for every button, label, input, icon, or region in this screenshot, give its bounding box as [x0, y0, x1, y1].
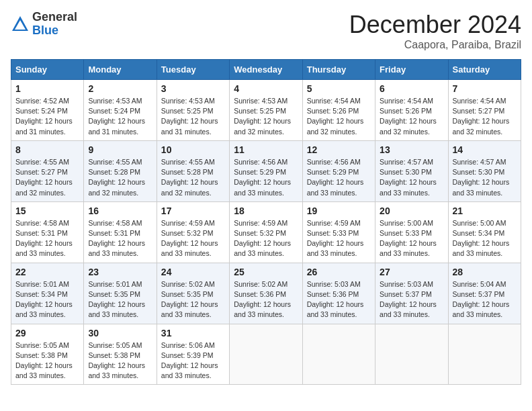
day-info: Sunrise: 4:58 AMSunset: 5:31 PMDaylight:… — [88, 218, 152, 259]
weekday-header: Monday — [84, 60, 157, 80]
calendar-cell — [448, 324, 521, 385]
day-info: Sunrise: 4:53 AMSunset: 5:25 PMDaylight:… — [234, 96, 298, 137]
day-number: 13 — [380, 144, 443, 155]
day-number: 15 — [15, 205, 79, 216]
calendar-cell: 31Sunrise: 5:06 AMSunset: 5:39 PMDayligh… — [157, 324, 229, 385]
calendar-cell: 10Sunrise: 4:55 AMSunset: 5:28 PMDayligh… — [157, 140, 229, 201]
day-number: 22 — [15, 267, 79, 277]
calendar-cell: 23Sunrise: 5:01 AMSunset: 5:35 PMDayligh… — [84, 263, 157, 324]
calendar-cell: 20Sunrise: 5:00 AMSunset: 5:33 PMDayligh… — [375, 201, 448, 263]
calendar-cell: 12Sunrise: 4:56 AMSunset: 5:29 PMDayligh… — [302, 140, 375, 201]
calendar-cell — [375, 324, 448, 385]
weekday-header: Wednesday — [230, 60, 302, 80]
day-info: Sunrise: 5:00 AMSunset: 5:34 PMDaylight:… — [453, 218, 517, 259]
day-info: Sunrise: 4:54 AMSunset: 5:26 PMDaylight:… — [380, 96, 443, 137]
calendar-cell: 25Sunrise: 5:02 AMSunset: 5:36 PMDayligh… — [230, 263, 302, 324]
day-number: 17 — [161, 205, 225, 216]
day-number: 18 — [234, 205, 298, 216]
calendar-cell: 18Sunrise: 4:59 AMSunset: 5:32 PMDayligh… — [230, 201, 302, 263]
day-info: Sunrise: 5:04 AMSunset: 5:37 PMDaylight:… — [453, 279, 517, 320]
calendar-cell: 17Sunrise: 4:59 AMSunset: 5:32 PMDayligh… — [157, 201, 229, 263]
day-number: 25 — [234, 267, 298, 277]
calendar-cell: 5Sunrise: 4:54 AMSunset: 5:26 PMDaylight… — [302, 80, 375, 141]
weekday-header: Friday — [375, 60, 448, 80]
day-info: Sunrise: 4:53 AMSunset: 5:24 PMDaylight:… — [88, 96, 152, 137]
day-number: 2 — [88, 83, 152, 94]
calendar-week-row: 15Sunrise: 4:58 AMSunset: 5:31 PMDayligh… — [11, 201, 521, 263]
day-number: 19 — [307, 205, 371, 216]
calendar-cell: 11Sunrise: 4:56 AMSunset: 5:29 PMDayligh… — [230, 140, 302, 201]
day-info: Sunrise: 5:01 AMSunset: 5:34 PMDaylight:… — [15, 279, 79, 320]
calendar-cell: 14Sunrise: 4:57 AMSunset: 5:30 PMDayligh… — [448, 140, 521, 201]
day-info: Sunrise: 4:55 AMSunset: 5:28 PMDaylight:… — [161, 157, 225, 198]
day-info: Sunrise: 4:55 AMSunset: 5:27 PMDaylight:… — [15, 157, 79, 198]
logo-text: General Blue — [32, 11, 77, 38]
day-number: 3 — [161, 83, 225, 94]
day-info: Sunrise: 4:58 AMSunset: 5:31 PMDaylight:… — [15, 218, 79, 259]
day-info: Sunrise: 4:56 AMSunset: 5:29 PMDaylight:… — [234, 157, 298, 198]
weekday-header: Tuesday — [157, 60, 229, 80]
calendar-cell: 13Sunrise: 4:57 AMSunset: 5:30 PMDayligh… — [375, 140, 448, 201]
day-number: 14 — [453, 144, 517, 155]
day-info: Sunrise: 4:54 AMSunset: 5:26 PMDaylight:… — [307, 96, 371, 137]
logo-icon — [11, 15, 30, 34]
day-info: Sunrise: 4:56 AMSunset: 5:29 PMDaylight:… — [307, 157, 371, 198]
day-info: Sunrise: 5:02 AMSunset: 5:35 PMDaylight:… — [161, 279, 225, 320]
calendar-body: 1Sunrise: 4:52 AMSunset: 5:24 PMDaylight… — [11, 80, 521, 385]
day-info: Sunrise: 5:03 AMSunset: 5:37 PMDaylight:… — [380, 279, 443, 320]
day-number: 5 — [307, 83, 371, 94]
day-number: 31 — [161, 328, 225, 338]
day-number: 4 — [234, 83, 298, 94]
calendar-table: SundayMondayTuesdayWednesdayThursdayFrid… — [11, 59, 521, 385]
calendar-cell: 26Sunrise: 5:03 AMSunset: 5:36 PMDayligh… — [302, 263, 375, 324]
logo-general: General — [32, 10, 77, 24]
day-info: Sunrise: 4:55 AMSunset: 5:28 PMDaylight:… — [88, 157, 152, 198]
month-title: December 2024 — [349, 11, 521, 39]
day-info: Sunrise: 5:05 AMSunset: 5:38 PMDaylight:… — [88, 340, 152, 381]
day-number: 7 — [453, 83, 517, 94]
day-info: Sunrise: 5:03 AMSunset: 5:36 PMDaylight:… — [307, 279, 371, 320]
calendar-header: SundayMondayTuesdayWednesdayThursdayFrid… — [11, 60, 521, 80]
day-number: 1 — [15, 83, 79, 94]
calendar-cell: 4Sunrise: 4:53 AMSunset: 5:25 PMDaylight… — [230, 80, 302, 141]
day-number: 6 — [380, 83, 443, 94]
calendar-cell: 1Sunrise: 4:52 AMSunset: 5:24 PMDaylight… — [11, 80, 84, 141]
calendar-cell: 6Sunrise: 4:54 AMSunset: 5:26 PMDaylight… — [375, 80, 448, 141]
day-number: 12 — [307, 144, 371, 155]
weekday-row: SundayMondayTuesdayWednesdayThursdayFrid… — [11, 60, 521, 80]
day-info: Sunrise: 5:06 AMSunset: 5:39 PMDaylight:… — [161, 340, 225, 381]
calendar-cell: 15Sunrise: 4:58 AMSunset: 5:31 PMDayligh… — [11, 201, 84, 263]
calendar-cell: 24Sunrise: 5:02 AMSunset: 5:35 PMDayligh… — [157, 263, 229, 324]
day-info: Sunrise: 4:53 AMSunset: 5:25 PMDaylight:… — [161, 96, 225, 137]
day-info: Sunrise: 4:57 AMSunset: 5:30 PMDaylight:… — [453, 157, 517, 198]
logo-blue: Blue — [32, 24, 58, 37]
day-number: 9 — [88, 144, 152, 155]
calendar-cell: 21Sunrise: 5:00 AMSunset: 5:34 PMDayligh… — [448, 201, 521, 263]
day-number: 10 — [161, 144, 225, 155]
day-info: Sunrise: 5:02 AMSunset: 5:36 PMDaylight:… — [234, 279, 298, 320]
day-info: Sunrise: 5:01 AMSunset: 5:35 PMDaylight:… — [88, 279, 152, 320]
day-number: 28 — [453, 267, 517, 277]
day-number: 30 — [88, 328, 152, 338]
calendar-cell: 28Sunrise: 5:04 AMSunset: 5:37 PMDayligh… — [448, 263, 521, 324]
location: Caapora, Paraiba, Brazil — [349, 39, 521, 51]
calendar-cell: 22Sunrise: 5:01 AMSunset: 5:34 PMDayligh… — [11, 263, 84, 324]
calendar-cell — [302, 324, 375, 385]
calendar-cell: 9Sunrise: 4:55 AMSunset: 5:28 PMDaylight… — [84, 140, 157, 201]
calendar-cell — [230, 324, 302, 385]
calendar-week-row: 8Sunrise: 4:55 AMSunset: 5:27 PMDaylight… — [11, 140, 521, 201]
day-info: Sunrise: 4:52 AMSunset: 5:24 PMDaylight:… — [15, 96, 79, 137]
day-number: 27 — [380, 267, 443, 277]
calendar-cell: 8Sunrise: 4:55 AMSunset: 5:27 PMDaylight… — [11, 140, 84, 201]
weekday-header: Thursday — [302, 60, 375, 80]
weekday-header: Sunday — [11, 60, 84, 80]
logo: General Blue — [11, 11, 77, 38]
day-number: 29 — [15, 328, 79, 338]
calendar-cell: 3Sunrise: 4:53 AMSunset: 5:25 PMDaylight… — [157, 80, 229, 141]
page-header: General Blue December 2024 Caapora, Para… — [11, 11, 521, 51]
calendar-week-row: 22Sunrise: 5:01 AMSunset: 5:34 PMDayligh… — [11, 263, 521, 324]
calendar-week-row: 29Sunrise: 5:05 AMSunset: 5:38 PMDayligh… — [11, 324, 521, 385]
day-number: 16 — [88, 205, 152, 216]
calendar-cell: 16Sunrise: 4:58 AMSunset: 5:31 PMDayligh… — [84, 201, 157, 263]
day-info: Sunrise: 5:00 AMSunset: 5:33 PMDaylight:… — [380, 218, 443, 259]
